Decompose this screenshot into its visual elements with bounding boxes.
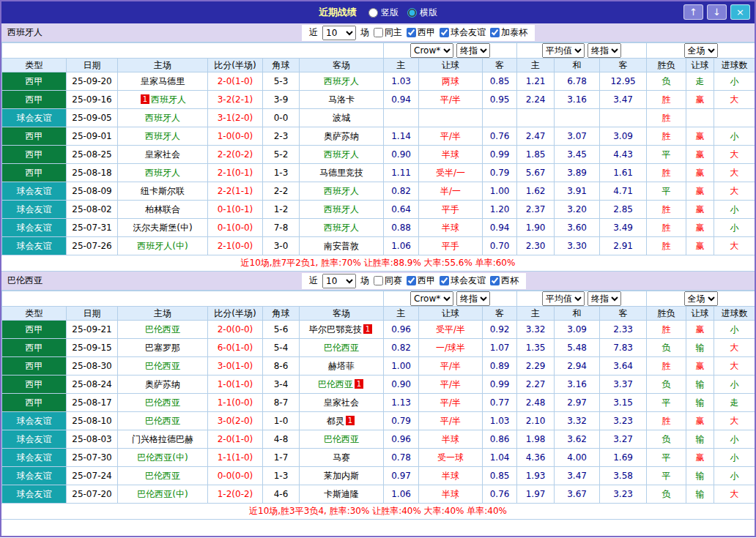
home-team[interactable]: 巴伦西亚 — [118, 412, 208, 430]
euro-odds-mode-select[interactable]: 平均值 — [542, 291, 585, 306]
euro-odds-type-select[interactable]: 终指 — [588, 43, 621, 58]
checkbox[interactable] — [490, 276, 500, 285]
corner-score: 5-4 — [263, 339, 300, 357]
asian-odds-type-select[interactable]: 终指 — [456, 43, 490, 58]
away-team[interactable]: 马洛卡 — [300, 91, 384, 109]
score: 0-0(0-0) — [208, 467, 263, 485]
euro-odds-mode-select[interactable]: 平均值 — [542, 43, 585, 58]
home-team[interactable]: 西班牙人 — [118, 164, 208, 182]
recent-count-select[interactable]: 10 — [322, 26, 356, 40]
away-team[interactable]: 莱加内斯 — [300, 467, 384, 485]
match-date: 25-09-21 — [67, 321, 118, 339]
euro-odds-type-select[interactable]: 终指 — [588, 291, 621, 306]
match-date: 25-09-01 — [67, 127, 118, 146]
asian-home-odds: 0.96 — [384, 430, 419, 449]
home-team[interactable]: 西班牙人 — [118, 109, 208, 127]
euro-draw-odds: 3.91 — [555, 182, 600, 201]
checkbox[interactable] — [407, 276, 416, 285]
result-outcome: 胜 — [647, 412, 686, 430]
asian-home-odds: 0.96 — [384, 321, 419, 339]
layout-option[interactable]: 竖版 — [368, 7, 399, 19]
home-team[interactable]: 皇家马德里 — [118, 72, 208, 91]
checkbox[interactable] — [490, 28, 500, 37]
home-team[interactable]: 皇家社会 — [118, 146, 208, 164]
euro-away-odds: 3.09 — [600, 127, 647, 146]
result-goals: 小 — [714, 467, 755, 485]
close-button[interactable]: × — [730, 4, 750, 20]
home-team[interactable]: 柏林联合 — [118, 201, 208, 219]
euro-home-odds: 2.30 — [517, 237, 555, 255]
recent-count-select[interactable]: 10 — [322, 274, 356, 288]
away-team[interactable]: 波城 — [300, 109, 384, 127]
home-team[interactable]: 西班牙人(中) — [118, 237, 208, 255]
score: 2-0(0-0) — [208, 321, 263, 339]
away-team[interactable]: 巴伦西亚 — [300, 430, 384, 449]
away-team[interactable]: 皇家社会 — [300, 394, 384, 412]
move-down-button[interactable]: ↓ — [707, 4, 727, 20]
filter-checkbox[interactable]: 加泰杯 — [490, 26, 527, 39]
away-team[interactable]: 西班牙人 — [300, 201, 384, 219]
away-team[interactable]: 奥萨苏纳 — [300, 127, 384, 146]
filter-checkbox[interactable]: 同主 — [374, 26, 402, 39]
checkbox[interactable] — [440, 28, 449, 37]
away-team[interactable]: 毕尔巴鄂竞技1 — [300, 321, 384, 339]
home-team[interactable]: 巴伦西亚(中) — [118, 485, 208, 504]
scope-select[interactable]: 全场 — [684, 43, 718, 58]
away-team[interactable]: 马德里竞技 — [300, 164, 384, 182]
odds-source-select[interactable]: Crow* — [410, 43, 453, 58]
away-team[interactable]: 赫塔菲 — [300, 357, 384, 376]
away-team[interactable]: 西班牙人 — [300, 182, 384, 201]
layout-option[interactable]: 横版 — [407, 7, 437, 19]
away-team[interactable]: 西班牙人 — [300, 146, 384, 164]
checkbox[interactable] — [374, 28, 383, 37]
away-team[interactable]: 都灵1 — [300, 412, 384, 430]
home-team[interactable]: 巴伦西亚 — [118, 321, 208, 339]
corner-score: 0-0 — [263, 109, 300, 127]
away-team[interactable]: 西班牙人 — [300, 219, 384, 237]
asian-odds-type-select[interactable]: 终指 — [456, 291, 490, 306]
match-type: 球会友谊 — [2, 237, 67, 255]
filter-checkbox[interactable]: 球会友谊 — [440, 26, 486, 39]
home-team[interactable]: 巴伦西亚 — [118, 357, 208, 376]
match-date: 25-08-02 — [67, 201, 118, 219]
filter-checkbox[interactable]: 西杯 — [490, 274, 519, 287]
checkbox[interactable] — [440, 276, 449, 285]
column-header: 客 — [600, 307, 647, 321]
asian-home-odds: 0.64 — [384, 201, 419, 219]
layout-radio[interactable] — [407, 8, 417, 18]
title-group: 近期战绩 竖版横版 — [319, 6, 437, 19]
move-up-button[interactable]: ↑ — [683, 4, 703, 20]
home-team[interactable]: 纽卡斯尔联 — [118, 182, 208, 201]
home-team[interactable]: 1西班牙人 — [118, 91, 208, 109]
euro-home-odds: 2.27 — [517, 376, 555, 394]
home-team[interactable]: 巴伦西亚 — [118, 467, 208, 485]
filter-checkbox[interactable]: 西甲 — [407, 26, 435, 39]
checkbox[interactable] — [407, 28, 416, 37]
filter-checkbox[interactable]: 球会友谊 — [440, 274, 486, 287]
home-team[interactable]: 巴伦西亚 — [118, 394, 208, 412]
score: 6-0(1-0) — [208, 339, 263, 357]
match-date: 25-09-05 — [67, 109, 118, 127]
home-team[interactable]: 奥萨苏纳 — [118, 376, 208, 394]
checkbox[interactable] — [374, 276, 383, 285]
away-team[interactable]: 巴伦西亚 — [300, 339, 384, 357]
home-team[interactable]: 门兴格拉德巴赫 — [118, 430, 208, 449]
home-team[interactable]: 西班牙人 — [118, 127, 208, 146]
away-team[interactable]: 南安普敦 — [300, 237, 384, 255]
filter-checkbox[interactable]: 同赛 — [374, 274, 402, 287]
away-team[interactable]: 卡斯迪隆 — [300, 485, 384, 504]
odds-source-select[interactable]: Crow* — [410, 291, 453, 306]
away-team[interactable]: 马赛 — [300, 449, 384, 467]
scope-select[interactable]: 全场 — [684, 291, 718, 306]
away-team[interactable]: 巴伦西亚1 — [300, 376, 384, 394]
titlebar: 近期战绩 竖版横版 ↑ ↓ × — [1, 1, 755, 23]
match-date: 25-09-16 — [67, 91, 118, 109]
home-team[interactable]: 巴塞罗那 — [118, 339, 208, 357]
filter-checkbox[interactable]: 西甲 — [407, 274, 435, 287]
away-team[interactable]: 西班牙人 — [300, 72, 384, 91]
layout-radio[interactable] — [368, 8, 378, 18]
column-header: 主场 — [118, 307, 208, 321]
home-team[interactable]: 沃尔夫斯堡(中) — [118, 219, 208, 237]
score: 3-1(2-0) — [208, 109, 263, 127]
home-team[interactable]: 巴伦西亚(中) — [118, 449, 208, 467]
